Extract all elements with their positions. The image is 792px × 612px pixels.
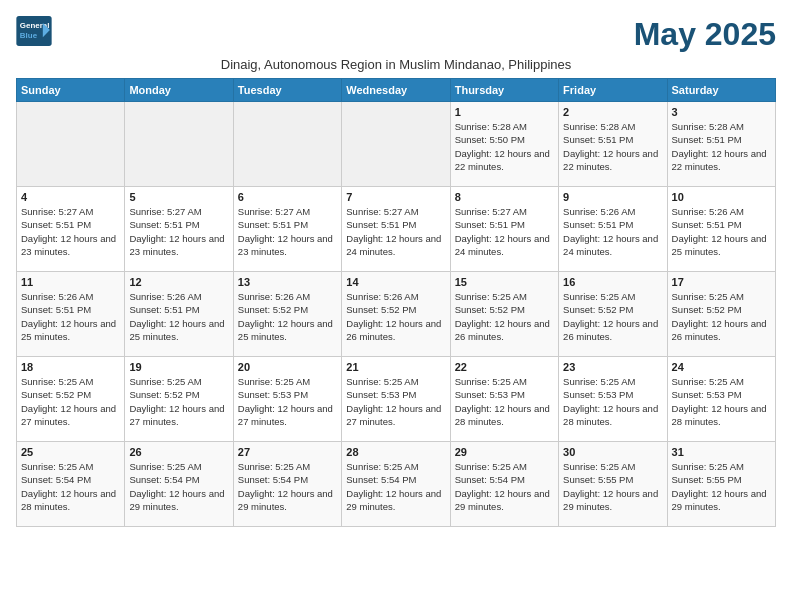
calendar-cell: 31Sunrise: 5:25 AM Sunset: 5:55 PM Dayli… — [667, 442, 775, 527]
day-number: 14 — [346, 276, 445, 288]
day-number: 16 — [563, 276, 662, 288]
calendar-cell: 21Sunrise: 5:25 AM Sunset: 5:53 PM Dayli… — [342, 357, 450, 442]
day-number: 15 — [455, 276, 554, 288]
day-detail: Sunrise: 5:26 AM Sunset: 5:52 PM Dayligh… — [346, 290, 445, 343]
calendar-cell: 4Sunrise: 5:27 AM Sunset: 5:51 PM Daylig… — [17, 187, 125, 272]
day-detail: Sunrise: 5:25 AM Sunset: 5:54 PM Dayligh… — [238, 460, 337, 513]
day-detail: Sunrise: 5:28 AM Sunset: 5:51 PM Dayligh… — [563, 120, 662, 173]
logo-icon: General Blue — [16, 16, 52, 46]
calendar-cell: 7Sunrise: 5:27 AM Sunset: 5:51 PM Daylig… — [342, 187, 450, 272]
calendar-cell: 18Sunrise: 5:25 AM Sunset: 5:52 PM Dayli… — [17, 357, 125, 442]
calendar-cell: 26Sunrise: 5:25 AM Sunset: 5:54 PM Dayli… — [125, 442, 233, 527]
svg-text:Blue: Blue — [20, 31, 38, 40]
day-number: 27 — [238, 446, 337, 458]
calendar-table: SundayMondayTuesdayWednesdayThursdayFrid… — [16, 78, 776, 527]
calendar-cell: 2Sunrise: 5:28 AM Sunset: 5:51 PM Daylig… — [559, 102, 667, 187]
day-detail: Sunrise: 5:25 AM Sunset: 5:53 PM Dayligh… — [455, 375, 554, 428]
day-detail: Sunrise: 5:25 AM Sunset: 5:52 PM Dayligh… — [563, 290, 662, 343]
day-detail: Sunrise: 5:25 AM Sunset: 5:54 PM Dayligh… — [455, 460, 554, 513]
calendar-cell: 23Sunrise: 5:25 AM Sunset: 5:53 PM Dayli… — [559, 357, 667, 442]
day-detail: Sunrise: 5:27 AM Sunset: 5:51 PM Dayligh… — [455, 205, 554, 258]
calendar-cell: 19Sunrise: 5:25 AM Sunset: 5:52 PM Dayli… — [125, 357, 233, 442]
calendar-cell: 25Sunrise: 5:25 AM Sunset: 5:54 PM Dayli… — [17, 442, 125, 527]
calendar-cell — [125, 102, 233, 187]
day-number: 9 — [563, 191, 662, 203]
day-number: 30 — [563, 446, 662, 458]
day-number: 8 — [455, 191, 554, 203]
weekday-header-thursday: Thursday — [450, 79, 558, 102]
calendar-cell: 16Sunrise: 5:25 AM Sunset: 5:52 PM Dayli… — [559, 272, 667, 357]
calendar-cell: 3Sunrise: 5:28 AM Sunset: 5:51 PM Daylig… — [667, 102, 775, 187]
day-detail: Sunrise: 5:25 AM Sunset: 5:54 PM Dayligh… — [129, 460, 228, 513]
calendar-cell: 14Sunrise: 5:26 AM Sunset: 5:52 PM Dayli… — [342, 272, 450, 357]
day-detail: Sunrise: 5:25 AM Sunset: 5:53 PM Dayligh… — [238, 375, 337, 428]
day-detail: Sunrise: 5:25 AM Sunset: 5:52 PM Dayligh… — [129, 375, 228, 428]
calendar-cell — [17, 102, 125, 187]
calendar-cell: 9Sunrise: 5:26 AM Sunset: 5:51 PM Daylig… — [559, 187, 667, 272]
day-number: 13 — [238, 276, 337, 288]
day-number: 2 — [563, 106, 662, 118]
day-detail: Sunrise: 5:26 AM Sunset: 5:51 PM Dayligh… — [21, 290, 120, 343]
day-number: 3 — [672, 106, 771, 118]
calendar-cell: 15Sunrise: 5:25 AM Sunset: 5:52 PM Dayli… — [450, 272, 558, 357]
calendar-cell: 24Sunrise: 5:25 AM Sunset: 5:53 PM Dayli… — [667, 357, 775, 442]
calendar-cell: 12Sunrise: 5:26 AM Sunset: 5:51 PM Dayli… — [125, 272, 233, 357]
day-detail: Sunrise: 5:27 AM Sunset: 5:51 PM Dayligh… — [21, 205, 120, 258]
day-detail: Sunrise: 5:28 AM Sunset: 5:51 PM Dayligh… — [672, 120, 771, 173]
day-number: 1 — [455, 106, 554, 118]
calendar-cell: 10Sunrise: 5:26 AM Sunset: 5:51 PM Dayli… — [667, 187, 775, 272]
calendar-cell: 22Sunrise: 5:25 AM Sunset: 5:53 PM Dayli… — [450, 357, 558, 442]
day-number: 28 — [346, 446, 445, 458]
day-number: 7 — [346, 191, 445, 203]
weekday-header-wednesday: Wednesday — [342, 79, 450, 102]
day-detail: Sunrise: 5:25 AM Sunset: 5:53 PM Dayligh… — [672, 375, 771, 428]
day-detail: Sunrise: 5:25 AM Sunset: 5:52 PM Dayligh… — [21, 375, 120, 428]
day-number: 26 — [129, 446, 228, 458]
day-detail: Sunrise: 5:26 AM Sunset: 5:51 PM Dayligh… — [672, 205, 771, 258]
day-detail: Sunrise: 5:27 AM Sunset: 5:51 PM Dayligh… — [238, 205, 337, 258]
weekday-header-saturday: Saturday — [667, 79, 775, 102]
day-detail: Sunrise: 5:26 AM Sunset: 5:51 PM Dayligh… — [129, 290, 228, 343]
day-detail: Sunrise: 5:25 AM Sunset: 5:52 PM Dayligh… — [455, 290, 554, 343]
calendar-cell: 28Sunrise: 5:25 AM Sunset: 5:54 PM Dayli… — [342, 442, 450, 527]
day-detail: Sunrise: 5:25 AM Sunset: 5:52 PM Dayligh… — [672, 290, 771, 343]
day-number: 12 — [129, 276, 228, 288]
day-number: 6 — [238, 191, 337, 203]
calendar-cell: 5Sunrise: 5:27 AM Sunset: 5:51 PM Daylig… — [125, 187, 233, 272]
day-number: 22 — [455, 361, 554, 373]
day-number: 17 — [672, 276, 771, 288]
day-number: 20 — [238, 361, 337, 373]
day-detail: Sunrise: 5:25 AM Sunset: 5:55 PM Dayligh… — [563, 460, 662, 513]
subtitle: Dinaig, Autonomous Region in Muslim Mind… — [16, 57, 776, 72]
day-detail: Sunrise: 5:28 AM Sunset: 5:50 PM Dayligh… — [455, 120, 554, 173]
day-number: 5 — [129, 191, 228, 203]
day-detail: Sunrise: 5:25 AM Sunset: 5:54 PM Dayligh… — [21, 460, 120, 513]
weekday-header-sunday: Sunday — [17, 79, 125, 102]
calendar-cell: 8Sunrise: 5:27 AM Sunset: 5:51 PM Daylig… — [450, 187, 558, 272]
calendar-cell: 17Sunrise: 5:25 AM Sunset: 5:52 PM Dayli… — [667, 272, 775, 357]
day-number: 25 — [21, 446, 120, 458]
calendar-cell: 29Sunrise: 5:25 AM Sunset: 5:54 PM Dayli… — [450, 442, 558, 527]
day-detail: Sunrise: 5:27 AM Sunset: 5:51 PM Dayligh… — [346, 205, 445, 258]
calendar-cell — [233, 102, 341, 187]
calendar-cell: 27Sunrise: 5:25 AM Sunset: 5:54 PM Dayli… — [233, 442, 341, 527]
calendar-cell: 20Sunrise: 5:25 AM Sunset: 5:53 PM Dayli… — [233, 357, 341, 442]
calendar-cell — [342, 102, 450, 187]
day-detail: Sunrise: 5:26 AM Sunset: 5:51 PM Dayligh… — [563, 205, 662, 258]
day-detail: Sunrise: 5:25 AM Sunset: 5:55 PM Dayligh… — [672, 460, 771, 513]
day-detail: Sunrise: 5:25 AM Sunset: 5:53 PM Dayligh… — [346, 375, 445, 428]
day-number: 4 — [21, 191, 120, 203]
day-number: 19 — [129, 361, 228, 373]
calendar-cell: 1Sunrise: 5:28 AM Sunset: 5:50 PM Daylig… — [450, 102, 558, 187]
day-number: 11 — [21, 276, 120, 288]
weekday-header-monday: Monday — [125, 79, 233, 102]
weekday-header-tuesday: Tuesday — [233, 79, 341, 102]
day-number: 31 — [672, 446, 771, 458]
month-title: May 2025 — [634, 16, 776, 53]
logo: General Blue — [16, 16, 52, 46]
day-detail: Sunrise: 5:27 AM Sunset: 5:51 PM Dayligh… — [129, 205, 228, 258]
calendar-cell: 11Sunrise: 5:26 AM Sunset: 5:51 PM Dayli… — [17, 272, 125, 357]
day-number: 18 — [21, 361, 120, 373]
day-detail: Sunrise: 5:25 AM Sunset: 5:54 PM Dayligh… — [346, 460, 445, 513]
calendar-cell: 6Sunrise: 5:27 AM Sunset: 5:51 PM Daylig… — [233, 187, 341, 272]
